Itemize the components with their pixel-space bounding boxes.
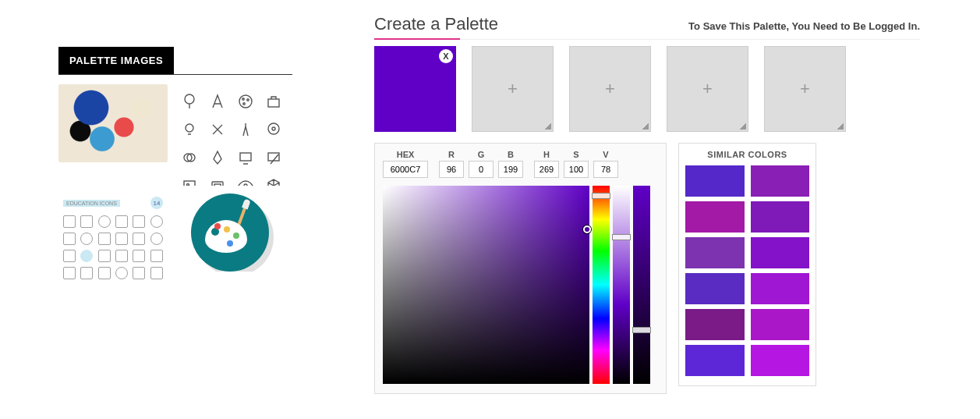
line-icon-sheet <box>175 84 285 186</box>
pencils-icon <box>208 120 227 139</box>
edu-icon <box>80 233 93 245</box>
image-icon <box>180 176 199 186</box>
remove-swatch-button[interactable]: X <box>439 49 453 63</box>
edu-icon <box>133 215 145 228</box>
color-picker-panel: HEX R G B H <box>374 143 667 394</box>
v-input[interactable] <box>593 161 618 178</box>
edu-icon <box>133 250 145 262</box>
edu-icon <box>63 233 76 245</box>
plus-icon: + <box>605 79 615 99</box>
svg-point-17 <box>244 184 247 186</box>
palette-swatch-row: X + + + + <box>374 46 920 132</box>
palette-image-card[interactable] <box>175 194 285 272</box>
edu-icon <box>115 250 128 262</box>
add-swatch-slot[interactable]: + <box>472 46 554 132</box>
hex-label: HEX <box>383 150 428 159</box>
lightness-slider[interactable] <box>613 186 630 384</box>
r-input[interactable] <box>439 161 464 178</box>
briefcase-icon <box>264 92 283 111</box>
svg-point-4 <box>243 103 245 105</box>
similar-color-swatch[interactable] <box>685 237 745 268</box>
similar-color-swatch[interactable] <box>751 345 810 376</box>
s-input[interactable] <box>564 161 589 178</box>
page-title: Create a Palette <box>374 14 498 34</box>
similar-colors-heading: SIMILAR COLORS <box>685 150 809 159</box>
similar-color-swatch[interactable] <box>685 309 745 340</box>
svg-rect-16 <box>214 184 221 186</box>
palette-image-card[interactable] <box>58 84 168 162</box>
svg-point-1 <box>239 95 252 108</box>
eye-icon <box>236 176 255 186</box>
head-bulb-icon <box>264 120 283 139</box>
add-swatch-slot[interactable]: + <box>569 46 651 132</box>
add-swatch-slot[interactable]: + <box>764 46 846 132</box>
monitor-icon <box>236 148 255 167</box>
similar-color-swatch[interactable] <box>685 345 745 376</box>
similar-color-swatch[interactable] <box>751 309 810 340</box>
edu-icon <box>115 233 128 245</box>
add-swatch-slot[interactable]: + <box>667 46 748 132</box>
similar-color-swatch[interactable] <box>751 201 810 233</box>
login-required-note: To Save This Palette, You Need to Be Log… <box>688 20 920 32</box>
edu-icon <box>63 215 76 228</box>
venn-icon <box>180 148 199 167</box>
h-input[interactable] <box>534 161 559 178</box>
edu-icon <box>63 250 76 262</box>
palette-image-card[interactable] <box>175 84 285 186</box>
education-icon-sheet <box>58 212 168 282</box>
similar-color-swatch[interactable] <box>685 201 745 233</box>
svg-point-2 <box>242 98 244 100</box>
bulb-icon <box>180 120 199 139</box>
edu-icon <box>115 215 128 228</box>
paint-palette-icon <box>205 220 247 253</box>
similar-color-swatch[interactable] <box>751 273 810 304</box>
slider-handle-icon <box>612 234 631 240</box>
r-label: R <box>439 150 464 159</box>
edu-label: EDUCATION ICONS <box>63 200 120 207</box>
g-input[interactable] <box>469 161 494 178</box>
edu-icon <box>98 233 111 245</box>
palette-image-card[interactable]: EDUCATION ICONS 14 <box>58 194 168 295</box>
edu-icon <box>133 233 145 245</box>
edu-icon <box>150 250 163 262</box>
value-slider[interactable] <box>633 186 650 384</box>
svg-point-6 <box>186 124 193 132</box>
similar-colors-panel: SIMILAR COLORS <box>678 143 816 386</box>
hex-input[interactable] <box>383 161 428 178</box>
svg-point-0 <box>185 94 194 104</box>
similar-color-swatch[interactable] <box>685 273 745 304</box>
similar-color-swatch[interactable] <box>751 165 810 197</box>
edu-icon <box>133 267 145 279</box>
paint-palette-icon <box>58 84 168 162</box>
plus-icon: + <box>800 79 810 99</box>
similar-color-swatch[interactable] <box>685 165 745 197</box>
b-input[interactable] <box>498 161 523 178</box>
svg-point-8 <box>272 127 275 130</box>
plus-icon: + <box>508 79 518 99</box>
edu-icon <box>98 267 111 279</box>
similar-color-swatch[interactable] <box>751 237 810 268</box>
rgb-field-group: R G B <box>439 150 523 178</box>
svg-point-7 <box>268 123 279 134</box>
svg-point-3 <box>247 99 249 101</box>
edu-icon <box>80 267 93 279</box>
b-label: B <box>498 150 523 159</box>
slider-handle-icon <box>592 193 610 199</box>
h-label: H <box>534 150 559 159</box>
edu-icon <box>63 267 76 279</box>
hex-field-group: HEX <box>383 150 428 178</box>
edu-icon <box>80 250 93 262</box>
compass-icon <box>236 120 255 139</box>
header-underline <box>374 39 920 40</box>
palette-icon <box>236 92 255 111</box>
plus-icon: + <box>702 79 713 99</box>
hue-slider[interactable] <box>593 186 610 384</box>
palette-swatch-active[interactable]: X <box>374 46 456 132</box>
edu-icon <box>80 215 93 228</box>
slider-handle-icon <box>632 327 651 333</box>
font-icon <box>208 92 227 111</box>
g-label: G <box>469 150 494 159</box>
edu-icon <box>98 250 111 262</box>
saturation-value-picker[interactable] <box>383 186 589 384</box>
edu-icon <box>150 267 163 279</box>
